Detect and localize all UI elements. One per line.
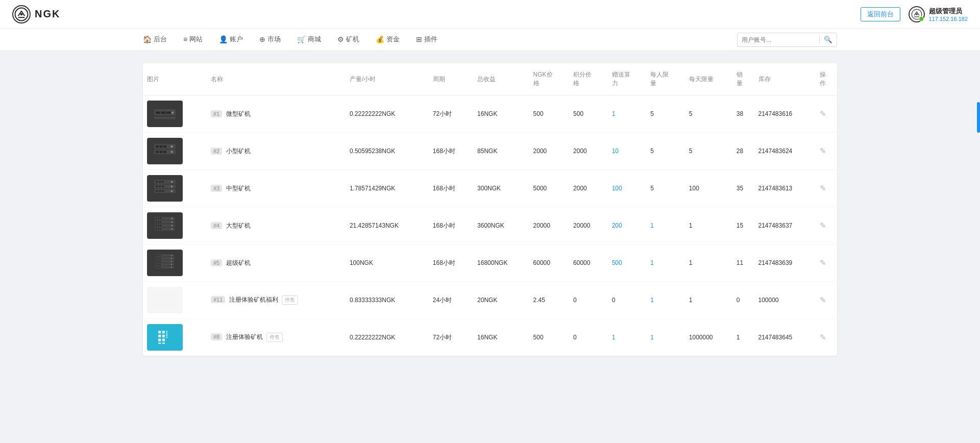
- svg-point-8: [172, 112, 174, 114]
- cell-action[interactable]: ✎: [816, 133, 837, 170]
- cell-period: 168小时: [429, 133, 473, 170]
- id-badge: #1: [211, 110, 222, 117]
- cell-sales: 11: [732, 244, 754, 282]
- cell-img: [143, 207, 207, 244]
- cell-img: [143, 319, 207, 356]
- cell-ngk-price: 2000: [529, 133, 570, 170]
- svg-rect-4: [154, 109, 176, 119]
- cell-total-earn: 300NGK: [473, 170, 529, 207]
- search-button[interactable]: 🔍: [819, 36, 837, 43]
- svg-rect-36: [154, 194, 176, 197]
- svg-rect-88: [158, 342, 161, 344]
- edit-button[interactable]: ✎: [820, 296, 826, 304]
- svg-rect-27: [156, 186, 158, 187]
- cell-day-limit: 1: [685, 207, 732, 244]
- search-box[interactable]: 🔍: [737, 33, 837, 47]
- cell-action[interactable]: ✎: [816, 282, 837, 319]
- miner-table: 图片 名称 产量/小时 周期 总收益 NGK价格 积分价格 赠送算力 每人限量 …: [143, 63, 837, 356]
- svg-rect-6: [161, 112, 166, 114]
- svg-rect-61: [160, 255, 161, 256]
- navbar: 🏠 后台 ≡ 网站 👤 账户 ⊕ 市场 🛒 商城 ⚙ 矿机 💰 资金 ⊞ 插件 …: [0, 29, 980, 51]
- cell-day-limit: 1: [685, 244, 732, 282]
- cell-sales: 38: [732, 95, 754, 133]
- logo-icon: [12, 5, 31, 23]
- miner-name: 注册体验矿机福利: [229, 296, 278, 303]
- svg-rect-45: [160, 222, 161, 223]
- nav-item-finance[interactable]: 💰 资金: [376, 29, 400, 51]
- svg-rect-33: [159, 190, 161, 192]
- id-badge: #8: [211, 333, 222, 340]
- svg-rect-71: [160, 261, 161, 262]
- col-day-limit: 每天限量: [685, 63, 732, 95]
- svg-point-46: [171, 222, 173, 223]
- nav-label-miner: 矿机: [346, 35, 359, 44]
- id-badge: #2: [211, 147, 222, 155]
- nav-item-market[interactable]: ⊕ 市场: [259, 29, 281, 51]
- svg-rect-85: [158, 331, 161, 333]
- edit-button[interactable]: ✎: [820, 258, 826, 267]
- svg-rect-23: [159, 181, 161, 183]
- cell-gift-power: 1: [608, 95, 647, 133]
- cell-action[interactable]: ✎: [816, 207, 837, 244]
- svg-rect-87: [158, 339, 161, 341]
- nav-label-website: 网站: [189, 35, 203, 44]
- edit-button[interactable]: ✎: [820, 221, 826, 230]
- cell-total-earn: 16NGK: [473, 319, 529, 356]
- svg-rect-12: [160, 145, 163, 148]
- cell-day-limit: 100: [685, 170, 732, 207]
- svg-point-19: [170, 151, 173, 153]
- cell-action[interactable]: ✎: [816, 95, 837, 133]
- cell-action[interactable]: ✎: [816, 319, 837, 356]
- svg-rect-91: [162, 339, 165, 341]
- cell-total-earn: 85NGK: [473, 133, 529, 170]
- nav-item-account[interactable]: 👤 账户: [219, 29, 243, 51]
- cell-ngk-price: 2.45: [529, 282, 570, 319]
- svg-rect-96: [166, 337, 168, 338]
- nav-item-miner[interactable]: ⚙ 矿机: [337, 29, 359, 51]
- id-badge: #5: [211, 259, 222, 266]
- user-ip: 117.152.16.182: [929, 16, 968, 22]
- svg-rect-20: [154, 155, 176, 158]
- nav-item-plugin[interactable]: ⊞ 插件: [416, 29, 437, 51]
- cell-gift-power: 0: [608, 282, 647, 319]
- edit-button[interactable]: ✎: [820, 333, 826, 341]
- svg-rect-44: [158, 222, 159, 223]
- return-button[interactable]: 返回前台: [861, 7, 900, 21]
- cell-production: 100NGK: [346, 244, 429, 282]
- edit-button[interactable]: ✎: [820, 184, 826, 192]
- cell-score-price: 2000: [569, 133, 608, 170]
- svg-rect-34: [162, 190, 164, 192]
- cell-production: 21.42857143NGK: [346, 207, 429, 244]
- cell-name: #3 中型矿机: [207, 170, 346, 207]
- cell-production: 0.22222222NGK: [346, 319, 429, 356]
- cell-stock: 2147483616: [754, 95, 816, 133]
- col-score-price: 积分价格: [569, 63, 608, 95]
- cell-name: #2 小型矿机: [207, 133, 346, 170]
- col-name: 名称: [207, 63, 346, 95]
- cell-stock: 2147483637: [754, 207, 816, 244]
- svg-rect-80: [158, 266, 159, 268]
- stop-tag: 停售: [266, 333, 283, 342]
- nav-item-website[interactable]: ≡ 网站: [183, 29, 203, 51]
- cell-day-limit: 5: [685, 95, 732, 133]
- scrollbar[interactable]: [977, 102, 980, 133]
- search-input[interactable]: [738, 36, 819, 43]
- nav-label-account: 账户: [230, 35, 243, 44]
- nav-item-dashboard[interactable]: 🏠 后台: [143, 29, 167, 51]
- svg-rect-59: [156, 255, 157, 256]
- nav-item-shop[interactable]: 🛒 商城: [297, 29, 321, 51]
- plugin-icon: ⊞: [416, 35, 422, 43]
- home-icon: 🏠: [143, 35, 152, 43]
- cell-production: 0.50595238NGK: [346, 133, 429, 170]
- col-per-limit: 每人限量: [646, 63, 685, 95]
- cell-action[interactable]: ✎: [816, 170, 837, 207]
- id-badge: #4: [211, 222, 222, 229]
- cell-stock: 2147483624: [754, 133, 816, 170]
- cell-gift-power: 1: [608, 319, 647, 356]
- cell-action[interactable]: ✎: [816, 244, 837, 282]
- edit-button[interactable]: ✎: [820, 109, 826, 118]
- edit-button[interactable]: ✎: [820, 146, 826, 155]
- cell-img: [143, 133, 207, 170]
- cell-name: #11 注册体验矿机福利 停售: [207, 282, 346, 319]
- table-row: #11 注册体验矿机福利 停售 0.83333333NGK 24小时 20NGK…: [143, 282, 837, 319]
